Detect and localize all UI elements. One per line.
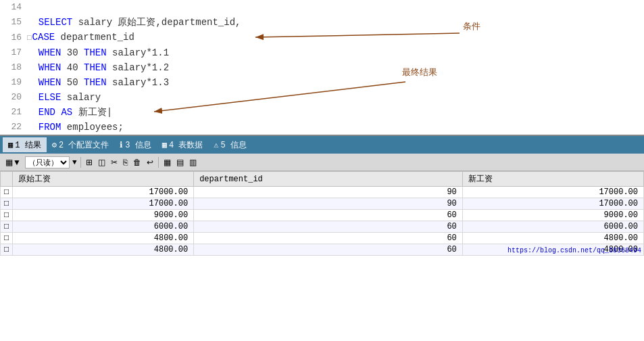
- table-cell-3-3: 6000.00: [462, 221, 643, 233]
- toolbar-area: ▦▼ （只读） ▼ ⊞ ◫ ✂ ⎘ 🗑 ↩ ▦ ▤ ▥: [0, 154, 644, 171]
- table-cell-1-1: 17000.00: [13, 198, 194, 210]
- code-editor: 1415 SELECT salary 原始工资,department_id,16…: [0, 0, 644, 136]
- line-content-19: WHEN 50 THEN salary*1.3: [27, 75, 644, 90]
- toolbar-btn-1[interactable]: ⊞: [83, 157, 95, 168]
- table-header-2: department_id: [194, 172, 463, 187]
- table-cell-0-0: □: [1, 187, 13, 198]
- code-line-19: 19 WHEN 50 THEN salary*1.3: [0, 75, 644, 90]
- tab-label-results: 1 结果: [15, 139, 41, 151]
- tab-results[interactable]: ▦1 结果: [3, 137, 47, 152]
- table-cell-2-0: □: [1, 210, 13, 221]
- code-area: 1415 SELECT salary 原始工资,department_id,16…: [0, 0, 644, 136]
- line-content-21: END AS 新工资|: [27, 105, 644, 120]
- line-number-15: 15: [0, 15, 27, 30]
- toolbar-btn-8[interactable]: ▤: [174, 157, 187, 168]
- table-row: □17000.009017000.00: [1, 198, 644, 210]
- line-number-20: 20: [0, 90, 27, 105]
- code-line-14: 14: [0, 0, 644, 15]
- line-number-21: 21: [0, 105, 27, 120]
- toolbar-btn-6[interactable]: ↩: [144, 157, 156, 168]
- tab-icon-tabledata: ▦: [162, 140, 167, 150]
- table-cell-0-2: 90: [194, 187, 463, 198]
- code-line-16: 16□CASE department_id: [0, 30, 644, 45]
- table-cell-2-2: 60: [194, 210, 463, 221]
- tab-label-tabledata: 4 表数据: [169, 139, 203, 151]
- line-number-22: 22: [0, 120, 27, 135]
- table-cell-3-0: □: [1, 221, 13, 233]
- line-number-19: 19: [0, 75, 27, 90]
- table-cell-3-1: 6000.00: [13, 221, 194, 233]
- table-cell-5-0: □: [1, 244, 13, 256]
- line-content-16: □CASE department_id: [27, 30, 644, 45]
- results-table: 原始工资department_id新工资□17000.009017000.00□…: [0, 171, 644, 256]
- line-number-17: 17: [0, 45, 27, 60]
- toolbar-grid-btn[interactable]: ▦▼: [3, 157, 24, 168]
- line-number-14: 14: [0, 0, 27, 15]
- tabs-bar: ▦1 结果⚙2 个配置文件ℹ3 信息▦4 表数据⚠5 信息: [0, 136, 644, 154]
- code-line-17: 17 WHEN 30 THEN salary*1.1: [0, 45, 644, 60]
- tab-icon-config: ⚙: [52, 140, 57, 150]
- toolbar-btn-4[interactable]: ⎘: [120, 157, 130, 168]
- line-content-22: FROM employees;: [27, 120, 644, 135]
- tab-icon-results: ▦: [8, 140, 13, 150]
- line-number-18: 18: [0, 60, 27, 75]
- toolbar-separator-2: [158, 157, 159, 168]
- code-line-21: 21 END AS 新工资|: [0, 105, 644, 120]
- table-cell-2-1: 9000.00: [13, 210, 194, 221]
- code-line-15: 15 SELECT salary 原始工资,department_id,: [0, 15, 644, 30]
- readonly-select[interactable]: （只读）: [25, 156, 70, 168]
- bottom-section: ▦1 结果⚙2 个配置文件ℹ3 信息▦4 表数据⚠5 信息 ▦▼ （只读） ▼ …: [0, 136, 644, 256]
- table-cell-3-2: 60: [194, 221, 463, 233]
- table-cell-1-2: 90: [194, 198, 463, 210]
- table-cell-4-2: 60: [194, 233, 463, 244]
- table-cell-5-1: 4800.00: [13, 244, 194, 256]
- tab-label-info1: 3 信息: [125, 139, 151, 151]
- toolbar-btn-7[interactable]: ▦: [161, 157, 174, 168]
- line-number-16: 16: [0, 30, 27, 45]
- table-cell-1-0: □: [1, 198, 13, 210]
- table-header-3: 新工资: [462, 172, 643, 187]
- table-row: □6000.00606000.00: [1, 221, 644, 233]
- tab-info2[interactable]: ⚠5 信息: [208, 137, 252, 152]
- table-cell-0-1: 17000.00: [13, 187, 194, 198]
- table-cell-4-0: □: [1, 233, 13, 244]
- table-cell-5-3: 4800.00: [462, 244, 643, 256]
- table-cell-5-2: 60: [194, 244, 463, 256]
- line-content-20: ELSE salary: [27, 90, 644, 105]
- table-cell-0-3: 17000.00: [462, 187, 643, 198]
- tab-config[interactable]: ⚙2 个配置文件: [47, 137, 115, 152]
- code-line-22: 22 FROM employees;: [0, 120, 644, 135]
- table-row: □4800.00604800.00: [1, 244, 644, 256]
- table-cell-4-1: 4800.00: [13, 233, 194, 244]
- toolbar-btn-2[interactable]: ◫: [95, 157, 108, 168]
- toolbar-separator-1: [80, 157, 81, 168]
- table-row: □4800.00604800.00: [1, 233, 644, 244]
- tab-info1[interactable]: ℹ3 信息: [114, 137, 156, 152]
- toolbar-btn-3[interactable]: ✂: [108, 157, 120, 168]
- line-content-17: WHEN 30 THEN salary*1.1: [27, 45, 644, 60]
- table-header-0: [1, 172, 13, 187]
- toolbar-btn-9[interactable]: ▥: [187, 157, 199, 168]
- line-content-18: WHEN 40 THEN salary*1.2: [27, 60, 644, 75]
- tab-label-config: 2 个配置文件: [59, 139, 109, 151]
- code-line-18: 18 WHEN 40 THEN salary*1.2: [0, 60, 644, 75]
- table-cell-4-3: 4800.00: [462, 233, 643, 244]
- tab-icon-info2: ⚠: [214, 140, 218, 150]
- table-row: □9000.00609000.00: [1, 210, 644, 221]
- tab-icon-info1: ℹ: [120, 140, 123, 150]
- table-row: □17000.009017000.00: [1, 187, 644, 198]
- tab-label-info2: 5 信息: [221, 139, 247, 151]
- table-cell-2-3: 9000.00: [462, 210, 643, 221]
- toolbar-btn-5[interactable]: 🗑: [130, 157, 144, 168]
- table-cell-1-3: 17000.00: [462, 198, 643, 210]
- line-content-15: SELECT salary 原始工资,department_id,: [27, 15, 644, 30]
- table-header-1: 原始工资: [13, 172, 194, 187]
- code-line-20: 20 ELSE salary: [0, 90, 644, 105]
- tab-tabledata[interactable]: ▦4 表数据: [157, 137, 209, 152]
- toolbar-dropdown-arrow: ▼: [72, 158, 77, 166]
- results-table-wrap: 原始工资department_id新工资□17000.009017000.00□…: [0, 171, 644, 256]
